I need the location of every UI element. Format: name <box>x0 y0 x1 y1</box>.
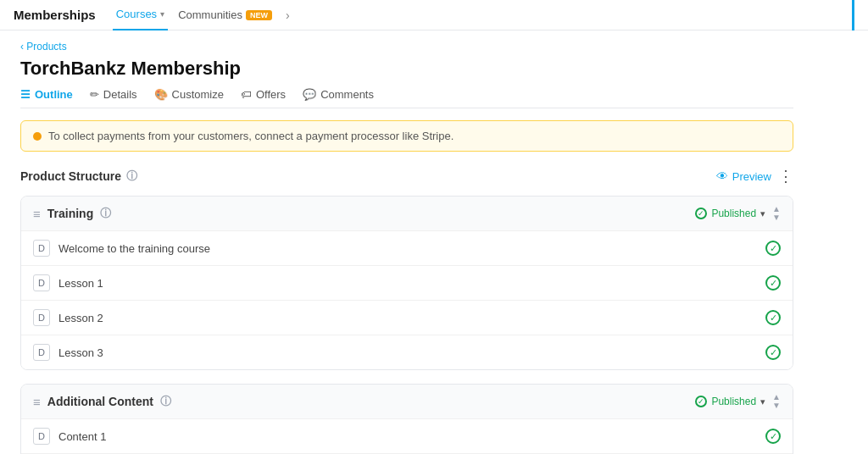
tab-customize-label: Customize <box>172 88 224 101</box>
tab-comments-label: Comments <box>320 88 374 101</box>
lesson-status-icon: ✓ <box>765 275 781 291</box>
doc-icon: D <box>33 240 50 257</box>
module-training-status-label: Published <box>711 208 756 219</box>
preview-button[interactable]: 👁 Preview <box>716 169 771 183</box>
outline-icon: ☰ <box>20 88 31 101</box>
nav-brand: Memberships <box>14 8 96 22</box>
breadcrumb[interactable]: ‹ Products <box>20 41 793 53</box>
product-structure-header: Product Structure ⓘ 👁 Preview ⋮ <box>20 167 793 185</box>
nav-communities-label: Communities <box>178 8 242 21</box>
alert-text: To collect payments from your customers,… <box>48 130 453 142</box>
lesson-status-icon: ✓ <box>765 310 781 325</box>
tag-icon: 🏷 <box>241 88 252 101</box>
lesson-title: Lesson 1 <box>58 277 103 290</box>
module-reorder-arrows[interactable]: ▲ ▼ <box>772 393 781 410</box>
lesson-left-area: D Lesson 2 <box>33 309 103 326</box>
module-training-title-area: ≡ Training ⓘ <box>33 206 111 221</box>
tab-outline-label: Outline <box>35 88 73 101</box>
module-additional-content: ≡ Additional Content ⓘ ✓ Published ▾ ▲ ▼ <box>20 384 793 454</box>
nav-communities[interactable]: Communities New <box>175 0 275 30</box>
section-actions: 👁 Preview ⋮ <box>716 167 793 185</box>
module-additional-name: Additional Content <box>47 395 153 408</box>
doc-icon: D <box>33 428 50 445</box>
lesson-status-icon: ✓ <box>765 429 781 444</box>
more-options-icon[interactable]: ⋮ <box>778 167 793 185</box>
lesson-title: Welcome to the training course <box>58 242 210 255</box>
module-additional-header: ≡ Additional Content ⓘ ✓ Published ▾ ▲ ▼ <box>21 385 793 418</box>
comment-icon: 💬 <box>303 88 316 101</box>
doc-icon: D <box>33 344 50 361</box>
tab-outline[interactable]: ☰ Outline <box>20 88 73 101</box>
tab-customize[interactable]: 🎨 Customize <box>154 88 224 101</box>
lesson-left-area: D Lesson 1 <box>33 274 103 291</box>
arrow-down-icon: ▼ <box>772 213 781 222</box>
module-training-name: Training <box>47 207 93 220</box>
alert-dot-icon <box>33 132 42 141</box>
module-training-header: ≡ Training ⓘ ✓ Published ▾ ▲ ▼ <box>21 197 793 230</box>
drag-handle-icon[interactable]: ≡ <box>33 395 41 409</box>
nav-courses[interactable]: Courses ▾ <box>113 0 168 30</box>
lesson-title: Content 1 <box>58 430 106 443</box>
published-check-icon: ✓ <box>695 208 707 219</box>
module-reorder-arrows[interactable]: ▲ ▼ <box>772 205 781 222</box>
drag-handle-icon[interactable]: ≡ <box>33 207 41 221</box>
status-chevron-icon: ▾ <box>760 396 765 407</box>
top-nav: Memberships Courses ▾ Communities New › <box>0 0 868 30</box>
lesson-row[interactable]: D Content 1 ✓ <box>21 418 793 453</box>
tab-comments[interactable]: 💬 Comments <box>303 88 374 101</box>
doc-icon: D <box>33 309 50 326</box>
module-info-icon[interactable]: ⓘ <box>100 206 111 221</box>
info-icon[interactable]: ⓘ <box>126 169 137 184</box>
module-additional-status-area: ✓ Published ▾ ▲ ▼ <box>695 393 781 410</box>
status-chevron-icon: ▾ <box>760 208 765 219</box>
new-badge: New <box>246 10 272 20</box>
module-additional-status[interactable]: ✓ Published ▾ <box>695 396 765 407</box>
module-training-status[interactable]: ✓ Published ▾ <box>695 208 765 219</box>
module-training: ≡ Training ⓘ ✓ Published ▾ ▲ ▼ <box>20 196 793 370</box>
lesson-title: Lesson 3 <box>58 346 103 359</box>
palette-icon: 🎨 <box>154 88 168 101</box>
section-title-label: Product Structure <box>20 169 121 183</box>
page-content: ‹ Products TorchBankz Membership ☰ Outli… <box>0 30 814 454</box>
lesson-left-area: D Lesson 3 <box>33 344 103 361</box>
tab-details[interactable]: ✏ Details <box>90 88 137 101</box>
module-additional-status-label: Published <box>711 396 756 407</box>
chevron-down-icon: ▾ <box>160 9 164 19</box>
lesson-status-icon: ✓ <box>765 241 781 256</box>
section-title-area: Product Structure ⓘ <box>20 169 137 184</box>
eye-icon: 👁 <box>716 169 728 183</box>
module-info-icon[interactable]: ⓘ <box>160 394 171 409</box>
nav-courses-label: Courses <box>116 8 157 20</box>
lesson-status-icon: ✓ <box>765 345 781 360</box>
lesson-row[interactable]: D Lesson 2 ✓ <box>21 300 793 335</box>
published-check-icon: ✓ <box>695 396 707 407</box>
preview-label: Preview <box>732 170 771 183</box>
lesson-title: Lesson 2 <box>58 312 103 324</box>
modules-list: ≡ Training ⓘ ✓ Published ▾ ▲ ▼ <box>20 196 793 454</box>
module-training-status-area: ✓ Published ▾ ▲ ▼ <box>695 205 781 222</box>
nav-more-button[interactable]: › <box>282 8 293 22</box>
lesson-left-area: D Welcome to the training course <box>33 240 210 257</box>
doc-icon: D <box>33 274 50 291</box>
lesson-row[interactable]: D Lesson 1 ✓ <box>21 265 793 300</box>
pencil-icon: ✏ <box>90 88 99 101</box>
page-title: TorchBankz Membership <box>20 58 793 80</box>
arrow-down-icon: ▼ <box>772 401 781 410</box>
module-additional-title-area: ≡ Additional Content ⓘ <box>33 394 171 409</box>
sub-nav: ☰ Outline ✏ Details 🎨 Customize 🏷 Offers… <box>20 88 793 108</box>
tab-offers[interactable]: 🏷 Offers <box>241 88 286 101</box>
tab-offers-label: Offers <box>256 88 286 101</box>
payment-alert-banner: To collect payments from your customers,… <box>20 120 793 152</box>
tab-details-label: Details <box>103 88 137 101</box>
lesson-left-area: D Content 1 <box>33 428 106 445</box>
lesson-row[interactable]: D Lesson 3 ✓ <box>21 335 793 369</box>
right-border-accent <box>851 0 854 30</box>
lesson-row[interactable]: D Welcome to the training course ✓ <box>21 230 793 265</box>
